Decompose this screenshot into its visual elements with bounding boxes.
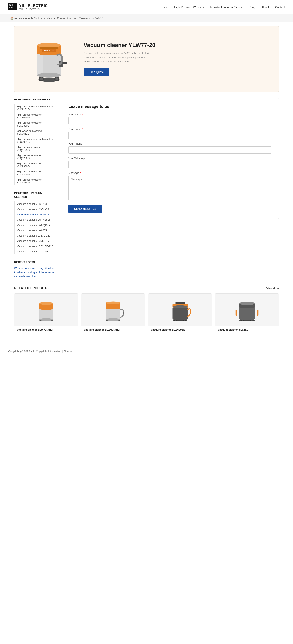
sidebar-vc-title: INDUSTRIAL VACUUM CLEANER <box>14 192 55 199</box>
nav-item-high-pressure-washers[interactable]: High Pressure Washers <box>174 6 204 9</box>
svg-point-30 <box>39 302 53 305</box>
sidebar-vc-item[interactable]: Vacuum cleaner YLC93E-160 <box>15 207 55 212</box>
sidebar-hp-item[interactable]: High pressure washer YLQ9350G <box>15 169 55 177</box>
svg-text:1ZD: 1ZD <box>9 4 13 6</box>
related-title: RELATED PRODUCTS <box>14 286 49 290</box>
product-image: YILI ELECTRIC <box>27 34 72 84</box>
svg-point-40 <box>106 302 120 304</box>
svg-rect-10 <box>37 53 43 75</box>
sidebar-vc-item[interactable]: Vacuum cleaner YLW72-75 <box>15 202 55 207</box>
logo[interactable]: 1ZD YILI YILI ELECTRIC YILI ELECTRIC <box>8 3 48 12</box>
breadcrumb: 🏠Home / Products / Industrial Vacuum Cle… <box>0 14 293 22</box>
email-input[interactable] <box>68 132 272 139</box>
send-message-button[interactable]: SEND MESSAGE <box>68 205 102 213</box>
svg-rect-15 <box>40 47 58 49</box>
contact-form-section: Leave message to us! Your Name * Your Em… <box>61 98 279 219</box>
phone-group: Your Phone <box>68 142 272 154</box>
sidebar-vc-list: Vacuum cleaner YLW72-75Vacuum cleaner YL… <box>14 202 55 254</box>
sidebar-recent-title: RECENT POSTS <box>14 260 55 264</box>
logo-subtext: YILI ELECTRIC <box>19 8 48 10</box>
svg-point-42 <box>123 312 124 314</box>
logo-icon: 1ZD YILI <box>8 3 18 11</box>
sidebar-vc-item[interactable]: Vacuum cleaner YLC6215E-120 <box>15 244 55 249</box>
sidebar-hp-item[interactable]: High pressure washer YLQ9320G <box>15 120 55 128</box>
sidebar-vc-item[interactable]: Vacuum cleaner YLC75E-160 <box>15 238 55 244</box>
related-product-card[interactable]: Vacuum cleaner YLW6291E <box>148 293 212 334</box>
nav-item-about[interactable]: About <box>262 6 269 9</box>
sidebar-vc-item[interactable]: Vacuum cleaner YLC6206E <box>15 249 55 254</box>
related-product-title: Vacuum cleaner YLW77(35L) <box>14 326 78 333</box>
breadcrumb-industrial[interactable]: Industrial Vacuum Cleaner <box>36 17 66 20</box>
svg-rect-48 <box>172 307 188 320</box>
sidebar-vc-item[interactable]: Vacuum cleaner YLW77-20 <box>15 212 55 217</box>
svg-point-5 <box>40 78 43 80</box>
related-product-card[interactable]: Vacuum cleaner YLW67(35L) <box>81 293 145 334</box>
site-header: 1ZD YILI YILI ELECTRIC YILI ELECTRIC Hom… <box>0 0 293 14</box>
related-section: RELATED PRODUCTS View More Vacuum cleane… <box>14 286 279 334</box>
product-description: Commercial vacuum cleaner YLW77-20 is th… <box>84 51 153 64</box>
sidebar-hp-item[interactable]: High pressure washer YLQ9330G <box>15 161 55 169</box>
related-product-card[interactable]: Vacuum cleaner YL6251 <box>215 293 279 334</box>
sidebar-hp-item[interactable]: High pressure washer YLQ9318G <box>15 177 55 185</box>
sidebar-hp-item[interactable]: Car Washing Machine YLQ7551G <box>15 128 55 136</box>
whatsapp-input[interactable] <box>68 161 272 168</box>
whatsapp-label: Your Whatsapp <box>68 157 272 160</box>
related-product-card[interactable]: Vacuum cleaner YLW77(35L) <box>14 293 78 334</box>
breadcrumb-home[interactable]: Home <box>14 17 20 20</box>
main-content: Leave message to us! Your Name * Your Em… <box>61 98 279 225</box>
phone-input[interactable] <box>68 146 272 154</box>
nav-item-industrial-vacuum-cleaner[interactable]: Industrial Vacuum Cleaner <box>210 6 244 9</box>
message-textarea[interactable] <box>68 176 272 200</box>
nav-item-home[interactable]: Home <box>160 6 168 9</box>
view-more-link[interactable]: View More <box>266 287 279 290</box>
email-group: Your Email * <box>68 128 272 139</box>
two-col-layout: HIGH PRESSURE WASHERS High pressure car … <box>14 98 279 284</box>
site-footer: Copyright (c) 2022 YILI Copyright Inform… <box>0 346 293 357</box>
svg-point-14 <box>37 43 61 48</box>
svg-rect-37 <box>106 308 120 320</box>
sidebar-hp-item[interactable]: High pressure washer YLQ8020G <box>15 112 55 120</box>
svg-point-41 <box>106 318 120 321</box>
svg-point-11 <box>37 73 61 78</box>
name-input[interactable] <box>68 117 272 124</box>
nav-item-blog[interactable]: Blog <box>250 6 255 9</box>
sidebar-hp-title: HIGH PRESSURE WASHERS <box>14 98 55 102</box>
sidebar-vc-item[interactable]: Vacuum cleaner YLW77(35L) <box>15 217 55 222</box>
sidebar-vc-item[interactable]: Vacuum cleaner YLC63E-120 <box>15 233 55 238</box>
nav-item-contact[interactable]: Contact <box>275 6 285 9</box>
related-product-title: Vacuum cleaner YLW6291E <box>148 326 212 333</box>
sidebar-hp-item[interactable]: High pressure washer YLQ9280G <box>15 153 55 161</box>
product-hero: YILI ELECTRIC Vacuum cleaner YLW77-20 Co… <box>14 26 279 92</box>
related-header: RELATED PRODUCTS View More <box>14 286 279 290</box>
svg-rect-62 <box>236 310 237 316</box>
sidebar-hp-item[interactable]: High pressure washer YLQ9125G <box>15 145 55 153</box>
related-product-image <box>215 294 278 326</box>
name-label: Your Name * <box>68 113 272 116</box>
breadcrumb-products[interactable]: Products <box>23 17 33 20</box>
sidebar-section-vacuum: INDUSTRIAL VACUUM CLEANER Vacuum cleaner… <box>14 192 55 254</box>
product-illustration: YILI ELECTRIC <box>29 34 70 84</box>
svg-text:YILI: YILI <box>9 6 13 9</box>
recent-post-link[interactable]: What accessories to pay attention to whe… <box>14 267 54 278</box>
message-group: Massage * <box>68 172 272 201</box>
message-label: Massage * <box>68 172 272 174</box>
sidebar-hp-item[interactable]: High pressure car wash machine YLQ9131G <box>15 104 55 112</box>
page-container: YILI ELECTRIC Vacuum cleaner YLW77-20 Co… <box>6 22 287 338</box>
svg-point-31 <box>39 318 53 321</box>
sidebar-hp-list: High pressure car wash machine YLQ9131GH… <box>14 104 55 185</box>
sidebar-vc-item[interactable]: Vacuum cleaner YLW67(45L) <box>15 222 55 228</box>
svg-point-51 <box>172 305 188 308</box>
svg-text:YILI ELECTRIC: YILI ELECTRIC <box>44 50 54 51</box>
breadcrumb-current: Vacuum Cleaner YLW77-20 <box>68 17 101 20</box>
related-product-image <box>14 294 78 326</box>
email-label: Your Email * <box>68 128 272 130</box>
sidebar: HIGH PRESSURE WASHERS High pressure car … <box>14 98 55 284</box>
contact-form-title: Leave message to us! <box>68 104 272 109</box>
svg-rect-19 <box>63 62 66 64</box>
free-quote-button[interactable]: Free Quote <box>84 68 110 76</box>
name-group: Your Name * <box>68 113 272 124</box>
phone-label: Your Phone <box>68 142 272 145</box>
sidebar-hp-item[interactable]: High pressure car wash machine YLQ9051G <box>15 136 55 145</box>
sidebar-vc-item[interactable]: Vacuum cleaner YLW6205 <box>15 228 55 233</box>
related-grid: Vacuum cleaner YLW77(35L) Vacuum cleaner… <box>14 293 279 334</box>
